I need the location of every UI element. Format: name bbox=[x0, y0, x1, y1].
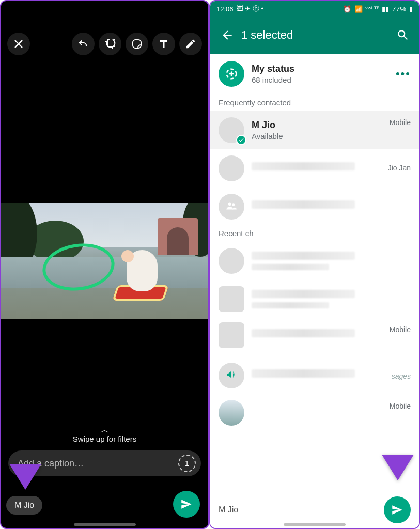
sticker-button[interactable] bbox=[126, 33, 148, 55]
section-frequently-contacted: Frequently contacted bbox=[210, 95, 419, 111]
sticker-icon bbox=[131, 38, 143, 50]
status-icons-left: 🖼 ✈ ⓗ • bbox=[237, 4, 263, 13]
avatar bbox=[219, 194, 244, 220]
arrow-back-icon bbox=[221, 28, 234, 42]
avatar bbox=[219, 286, 244, 312]
crop-rotate-button[interactable] bbox=[99, 33, 121, 55]
battery-icon: ▮ bbox=[409, 5, 413, 13]
pencil-icon bbox=[185, 38, 196, 50]
close-button[interactable] bbox=[7, 33, 30, 55]
more-horizontal-icon: ••• bbox=[396, 67, 411, 80]
contact-suffix: Jio Jan bbox=[388, 164, 411, 172]
caption-placeholder: Add a caption… bbox=[18, 458, 178, 469]
section-recent-chats: Recent ch bbox=[210, 226, 419, 242]
signal-icon: ᵛᵒᴸᵀᴱ ▮▮ bbox=[365, 5, 390, 13]
praying-sticker[interactable] bbox=[112, 244, 169, 301]
send-button[interactable] bbox=[384, 496, 411, 523]
view-once-label: 1 bbox=[185, 459, 189, 468]
avatar bbox=[219, 322, 244, 348]
contact-status: Available bbox=[252, 132, 283, 141]
my-status-title: My status bbox=[252, 64, 294, 74]
bottom-bar: M Jio bbox=[210, 491, 419, 528]
svg-point-2 bbox=[228, 203, 232, 206]
my-status-avatar bbox=[219, 61, 244, 87]
undo-button[interactable] bbox=[72, 33, 95, 55]
home-handle[interactable] bbox=[284, 523, 346, 526]
blurred-name bbox=[252, 162, 355, 170]
contact-row[interactable] bbox=[210, 242, 419, 280]
close-icon bbox=[13, 38, 24, 50]
group-icon bbox=[225, 199, 238, 214]
avatar bbox=[219, 155, 244, 181]
send-icon bbox=[180, 497, 193, 511]
text-icon bbox=[158, 38, 170, 50]
draw-tool-button[interactable] bbox=[179, 33, 202, 55]
appbar-title: 1 selected bbox=[241, 28, 293, 42]
status-ring-plus-icon bbox=[224, 67, 239, 81]
blurred-name bbox=[252, 290, 355, 298]
svg-point-3 bbox=[232, 203, 235, 206]
app-bar: 1 selected bbox=[210, 17, 419, 54]
view-once-toggle[interactable]: 1 bbox=[178, 455, 196, 472]
avatar bbox=[219, 248, 244, 274]
recipient-label: M Jio bbox=[14, 501, 34, 510]
contact-type: Mobile bbox=[390, 325, 411, 334]
contact-list[interactable]: My status 68 included ••• Frequently con… bbox=[210, 54, 419, 528]
contact-row[interactable] bbox=[210, 280, 419, 318]
announcement-icon bbox=[225, 368, 238, 383]
status-icons-right: ⏰ 📶 ᵛᵒᴸᵀᴱ ▮▮ 77% ▮ bbox=[343, 5, 413, 13]
avatar bbox=[219, 363, 244, 388]
crop-rotate-icon bbox=[104, 38, 116, 50]
my-status-subtitle: 68 included bbox=[252, 75, 294, 84]
text-tool-button[interactable] bbox=[152, 33, 175, 55]
contact-row[interactable]: Mobile bbox=[210, 395, 419, 431]
search-icon bbox=[396, 28, 410, 42]
filters-hint-label: Swipe up for filters bbox=[73, 434, 136, 443]
contact-type: Mobile bbox=[390, 118, 411, 127]
contact-type: Mobile bbox=[390, 402, 411, 410]
alarm-icon: ⏰ bbox=[343, 5, 352, 13]
recipient-chip[interactable]: M Jio bbox=[6, 496, 42, 515]
tutorial-arrow bbox=[2, 381, 49, 507]
battery-label: 77% bbox=[392, 5, 407, 13]
blurred-name bbox=[252, 200, 355, 209]
editor-toolbar bbox=[1, 29, 208, 58]
home-handle[interactable] bbox=[74, 523, 136, 526]
editor-screen: ︿ Swipe up for filters Add a caption… 1 … bbox=[0, 0, 209, 529]
undo-icon bbox=[77, 38, 89, 50]
avatar bbox=[219, 400, 244, 426]
blurred-name bbox=[252, 329, 355, 337]
contact-row-mjio[interactable]: M Jio Available Mobile bbox=[210, 111, 419, 149]
contact-row[interactable]: Mobile bbox=[210, 318, 419, 356]
wifi-icon: 📶 bbox=[354, 5, 363, 13]
contact-row[interactable] bbox=[210, 188, 419, 226]
contact-name: M Jio bbox=[252, 120, 283, 131]
blurred-name bbox=[252, 369, 355, 378]
contact-picker-screen: 12:06 🖼 ✈ ⓗ • ⏰ 📶 ᵛᵒᴸᵀᴱ ▮▮ 77% ▮ 1 selec… bbox=[209, 0, 420, 529]
caption-input[interactable]: Add a caption… 1 bbox=[8, 450, 201, 476]
preview-image[interactable] bbox=[1, 203, 208, 319]
send-icon bbox=[391, 503, 404, 517]
blurred-name bbox=[252, 252, 355, 260]
my-status-options-button[interactable]: ••• bbox=[396, 67, 411, 81]
filters-hint[interactable]: ︿ Swipe up for filters bbox=[1, 427, 208, 443]
my-status-row[interactable]: My status 68 included ••• bbox=[210, 54, 419, 95]
avatar bbox=[219, 117, 244, 143]
status-bar: 12:06 🖼 ✈ ⓗ • ⏰ 📶 ᵛᵒᴸᵀᴱ ▮▮ 77% ▮ bbox=[210, 1, 419, 17]
blurred-status bbox=[252, 302, 329, 308]
contact-row[interactable]: Jio Jan bbox=[210, 149, 419, 188]
send-button[interactable] bbox=[173, 491, 200, 518]
contact-suffix: sages bbox=[392, 372, 411, 380]
selected-chip[interactable]: M Jio bbox=[219, 505, 238, 515]
blurred-status bbox=[252, 264, 329, 270]
svg-rect-0 bbox=[133, 40, 141, 48]
chevron-up-icon: ︿ bbox=[1, 427, 208, 432]
search-button[interactable] bbox=[392, 24, 414, 46]
contact-row[interactable]: sages bbox=[210, 356, 419, 395]
back-button[interactable] bbox=[216, 24, 238, 46]
status-time: 12:06 bbox=[216, 5, 234, 13]
selected-check-icon bbox=[236, 135, 246, 145]
